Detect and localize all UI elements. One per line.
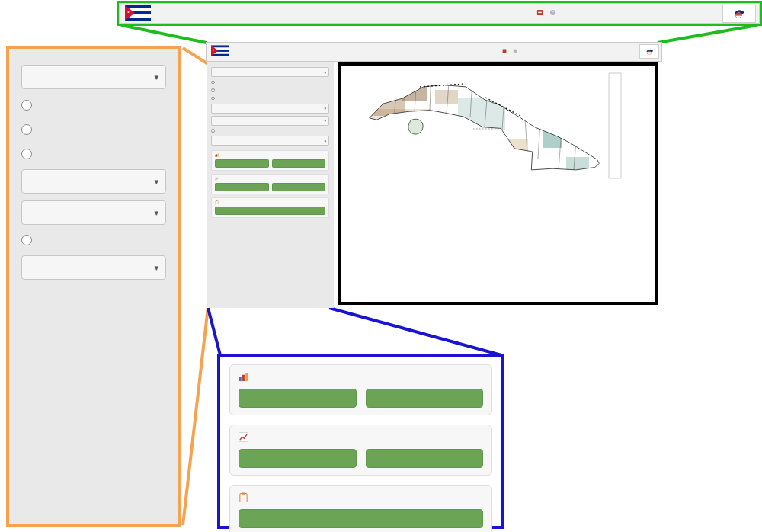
insmet-logo [722, 5, 756, 23]
variable-select[interactable] [21, 65, 166, 89]
cuba-flag-icon [125, 5, 151, 21]
cuba-map-chart [344, 67, 652, 184]
periodo-futuro-group [21, 120, 166, 138]
salida-group [211, 128, 329, 134]
escenario-ssp-group [211, 95, 329, 101]
radio-option[interactable] [211, 88, 329, 94]
incertidumbre-select[interactable] [211, 136, 329, 146]
banner-links: ” [536, 9, 559, 16]
clipboard-icon [239, 492, 248, 502]
insmet-logo-small [639, 44, 659, 59]
radio-icon [21, 124, 32, 135]
insmet-logo-icon [733, 9, 745, 18]
series-jpeg-button[interactable] [215, 183, 269, 191]
linea-base-group [211, 79, 329, 85]
table-jpeg-button[interactable] [215, 207, 325, 215]
download-table-card [229, 485, 492, 532]
clipboard-icon [215, 200, 219, 204]
periodo-futuro-group [211, 88, 329, 94]
salida-group [21, 231, 166, 248]
radio-icon [211, 81, 215, 85]
estacion-select[interactable] [211, 104, 329, 114]
map-csv-button[interactable] [366, 389, 484, 408]
map-csv-button[interactable] [272, 159, 326, 168]
incertidumbre-select[interactable] [21, 255, 166, 280]
map-jpeg-button[interactable] [215, 159, 269, 168]
series-jpeg-button[interactable] [239, 449, 357, 468]
download-map-card [229, 364, 492, 415]
table-jpeg-button[interactable] [239, 509, 483, 528]
documentation-icon-small [502, 49, 507, 53]
radio-icon [21, 100, 32, 111]
radio-option[interactable] [21, 231, 166, 248]
timeseries-chart [344, 197, 652, 302]
cite-icon-small [513, 49, 517, 53]
radio-icon [21, 149, 32, 159]
documentation-icon [536, 9, 543, 16]
download-map-card [211, 150, 329, 171]
download-table-card [211, 197, 329, 218]
radio-option[interactable] [21, 145, 166, 162]
svg-text:”: ” [552, 11, 554, 15]
top-banner: ” [117, 1, 762, 26]
region-select[interactable] [21, 200, 166, 225]
radio-option[interactable] [211, 79, 329, 85]
plots-frame [338, 62, 658, 305]
radio-icon [21, 235, 32, 245]
series-csv-button[interactable] [272, 183, 326, 191]
page: { "colors":{ "highlight_green":"#1fbb1f"… [0, 0, 762, 532]
linea-base-group [21, 96, 166, 114]
radio-icon [211, 88, 215, 92]
variable-select[interactable] [211, 67, 329, 77]
app-sidebar [207, 62, 334, 308]
radio-icon [211, 129, 215, 133]
isla-de-la-juventud [408, 119, 423, 134]
cuba-flag-icon-small [211, 45, 229, 56]
bar-chart-icon [215, 153, 219, 157]
radio-option[interactable] [21, 120, 166, 138]
radio-option[interactable] [211, 95, 329, 101]
map-colorbar [609, 73, 621, 178]
insmet-logo-icon-small [645, 49, 654, 55]
estacion-select[interactable] [21, 169, 166, 194]
escenario-ssp-group [21, 145, 166, 162]
downloads-panel [217, 354, 504, 529]
line-chart-icon [239, 432, 248, 442]
app-header [206, 42, 662, 62]
region-select[interactable] [211, 116, 329, 126]
download-series-card [211, 174, 329, 194]
line-chart-icon [215, 177, 219, 181]
download-series-card [229, 425, 492, 476]
bar-chart-icon [239, 372, 248, 382]
radio-option[interactable] [211, 128, 329, 134]
app-header-links [502, 49, 520, 53]
map-jpeg-button[interactable] [239, 389, 357, 408]
radio-option[interactable] [21, 96, 166, 114]
controls-panel [6, 46, 181, 527]
cite-icon: ” [549, 9, 556, 16]
radio-icon [211, 97, 215, 101]
series-csv-button[interactable] [366, 449, 484, 468]
